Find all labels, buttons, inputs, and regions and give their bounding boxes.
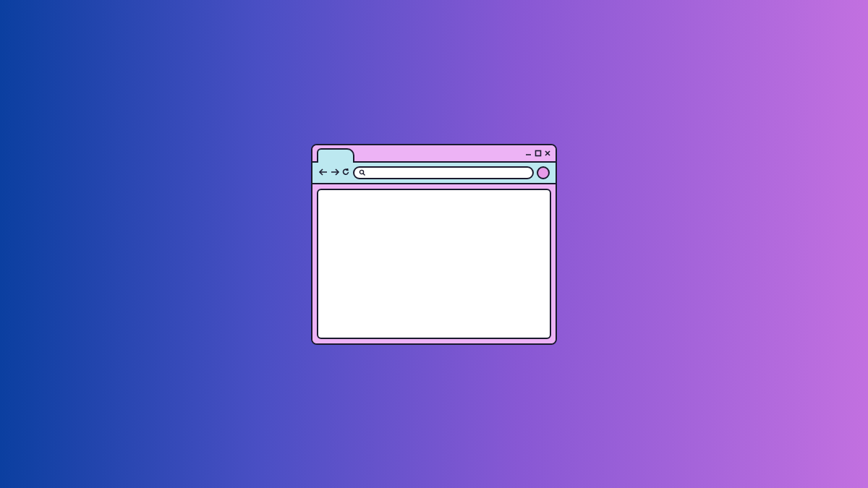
address-bar[interactable]	[353, 166, 534, 179]
minimize-icon[interactable]	[525, 150, 532, 157]
toolbar	[312, 161, 556, 184]
content-area	[312, 184, 556, 343]
forward-icon[interactable]	[330, 166, 340, 179]
maximize-icon[interactable]	[535, 150, 542, 157]
back-icon[interactable]	[318, 166, 328, 179]
close-icon[interactable]	[544, 150, 551, 157]
profile-button[interactable]	[537, 166, 550, 179]
browser-tab[interactable]	[317, 148, 354, 163]
nav-buttons	[318, 166, 350, 179]
reload-icon[interactable]	[341, 166, 350, 179]
svg-point-6	[359, 170, 363, 174]
search-icon	[359, 166, 366, 179]
window-controls	[525, 150, 551, 157]
browser-window	[311, 144, 557, 345]
page-content	[317, 189, 551, 339]
svg-line-7	[363, 174, 365, 176]
svg-rect-1	[536, 150, 541, 155]
title-bar	[312, 145, 556, 161]
